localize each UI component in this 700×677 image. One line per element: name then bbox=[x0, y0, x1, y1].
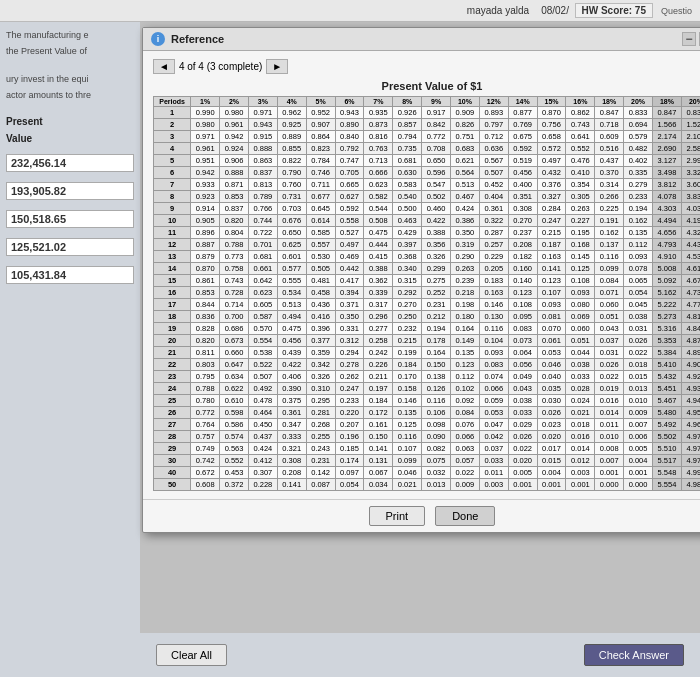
period-cell: 28 bbox=[154, 431, 191, 443]
value-cell: 0.043 bbox=[508, 383, 537, 395]
value-cell: 0.084 bbox=[595, 275, 624, 287]
value-cell: 0.610 bbox=[220, 395, 249, 407]
value-cell: 0.215 bbox=[393, 335, 422, 347]
value-cell: 4.327 bbox=[681, 227, 700, 239]
value-cell: 0.001 bbox=[508, 479, 537, 491]
value-cell: 0.321 bbox=[277, 443, 306, 455]
value-cell: 4.611 bbox=[681, 263, 700, 275]
clear-all-btn[interactable]: Clear All bbox=[156, 644, 227, 666]
value-cell: 0.847 bbox=[595, 107, 624, 119]
value-cell: 2.690 bbox=[653, 143, 682, 155]
value-cell: 0.788 bbox=[191, 383, 220, 395]
value-cell: 0.482 bbox=[624, 143, 653, 155]
value-cell: 0.871 bbox=[220, 179, 249, 191]
value-cell: 0.990 bbox=[191, 107, 220, 119]
value-cell: 0.582 bbox=[364, 191, 393, 203]
value-cell: 0.444 bbox=[364, 239, 393, 251]
period-cell: 1 bbox=[154, 107, 191, 119]
value-cell: 0.764 bbox=[191, 419, 220, 431]
value-cell: 0.233 bbox=[624, 191, 653, 203]
value-cell: 0.284 bbox=[537, 203, 566, 215]
value-cell: 0.893 bbox=[479, 107, 508, 119]
value-cell: 0.095 bbox=[508, 311, 537, 323]
value-cell: 0.760 bbox=[277, 179, 306, 191]
table-row: 290.7490.5630.4240.3210.2430.1850.1410.1… bbox=[154, 443, 701, 455]
value-cell: 0.030 bbox=[537, 395, 566, 407]
period-cell: 2 bbox=[154, 119, 191, 131]
value-cell: 4.843 bbox=[681, 323, 700, 335]
value-cell: 4.812 bbox=[681, 311, 700, 323]
value-cell: 0.888 bbox=[220, 167, 249, 179]
value-cell: 0.001 bbox=[566, 479, 595, 491]
modal-minimize-btn[interactable]: − bbox=[682, 32, 696, 46]
value-cell: 0.456 bbox=[277, 335, 306, 347]
value-cell: 0.873 bbox=[364, 119, 393, 131]
check-answer-btn[interactable]: Check Answer bbox=[584, 644, 684, 666]
value-cell: 0.437 bbox=[595, 155, 624, 167]
value-cell: 0.476 bbox=[566, 155, 595, 167]
value-cell: 5.008 bbox=[653, 263, 682, 275]
value-cell: 3.605 bbox=[681, 179, 700, 191]
value-cell: 0.317 bbox=[364, 299, 393, 311]
value-cell: 0.804 bbox=[220, 227, 249, 239]
value-cell: 0.909 bbox=[450, 107, 479, 119]
value-cell: 0.557 bbox=[306, 239, 335, 251]
value-cell: 0.084 bbox=[450, 407, 479, 419]
value-cell: 0.773 bbox=[220, 251, 249, 263]
value-cell: 0.226 bbox=[364, 359, 393, 371]
value-cell: 0.305 bbox=[566, 191, 595, 203]
value-cell: 0.609 bbox=[595, 131, 624, 143]
col-header-2: 2% bbox=[220, 97, 249, 107]
value-cell: 0.375 bbox=[277, 395, 306, 407]
value-cell: 0.621 bbox=[450, 155, 479, 167]
value-cell: 0.046 bbox=[537, 359, 566, 371]
value-cell: 5.222 bbox=[653, 299, 682, 311]
col-header-10: 10% bbox=[450, 97, 479, 107]
value-cell: 0.335 bbox=[624, 167, 653, 179]
col-header-16: 16% bbox=[566, 97, 595, 107]
value-cell: 0.351 bbox=[508, 191, 537, 203]
value-cell: 0.826 bbox=[450, 119, 479, 131]
questions-label: Questio bbox=[661, 6, 692, 16]
value-cell: 0.757 bbox=[191, 431, 220, 443]
value-cell: 0.853 bbox=[191, 287, 220, 299]
table-row: 180.8360.7000.5870.4940.4160.3500.2960.2… bbox=[154, 311, 701, 323]
period-cell: 30 bbox=[154, 455, 191, 467]
value-cell: 0.475 bbox=[364, 227, 393, 239]
value-cell: 0.623 bbox=[364, 179, 393, 191]
value-cell: 0.137 bbox=[595, 239, 624, 251]
value-cell: 0.917 bbox=[422, 107, 451, 119]
value-cell: 0.943 bbox=[248, 119, 277, 131]
value-cell: 0.326 bbox=[422, 251, 451, 263]
value-cell: 0.247 bbox=[537, 215, 566, 227]
print-btn[interactable]: Print bbox=[369, 506, 426, 526]
top-bar: mayada yalda 08/02/ HW Score: 75 Questio bbox=[0, 0, 700, 22]
value-cell: 0.406 bbox=[277, 371, 306, 383]
nav-prev-btn[interactable]: ◄ bbox=[153, 59, 175, 74]
done-btn[interactable]: Done bbox=[435, 506, 495, 526]
value-cell: 0.554 bbox=[248, 335, 277, 347]
value-cell: 0.044 bbox=[566, 347, 595, 359]
value-cell: 0.497 bbox=[335, 239, 364, 251]
value-cell: 0.033 bbox=[508, 407, 537, 419]
value-cell: 4.910 bbox=[653, 251, 682, 263]
value-cell: 0.708 bbox=[422, 143, 451, 155]
value-cell: 0.432 bbox=[537, 167, 566, 179]
value-cell: 0.035 bbox=[537, 383, 566, 395]
value-cell: 0.064 bbox=[508, 347, 537, 359]
nav-next-btn[interactable]: ► bbox=[266, 59, 288, 74]
col-header-7: 7% bbox=[364, 97, 393, 107]
value-cell: 0.362 bbox=[364, 275, 393, 287]
value-cell: 0.017 bbox=[537, 443, 566, 455]
value-cell: 0.677 bbox=[306, 191, 335, 203]
value-cell: 0.675 bbox=[508, 131, 537, 143]
value-cell: 0.164 bbox=[422, 347, 451, 359]
value-cell: 0.022 bbox=[595, 371, 624, 383]
value-cell: 0.513 bbox=[277, 299, 306, 311]
value-cell: 0.037 bbox=[595, 335, 624, 347]
value-cell: 0.429 bbox=[393, 227, 422, 239]
value-cell: 0.942 bbox=[220, 131, 249, 143]
value-cell: 0.437 bbox=[248, 431, 277, 443]
value-cell: 0.340 bbox=[393, 263, 422, 275]
value-cell: 0.007 bbox=[624, 419, 653, 431]
